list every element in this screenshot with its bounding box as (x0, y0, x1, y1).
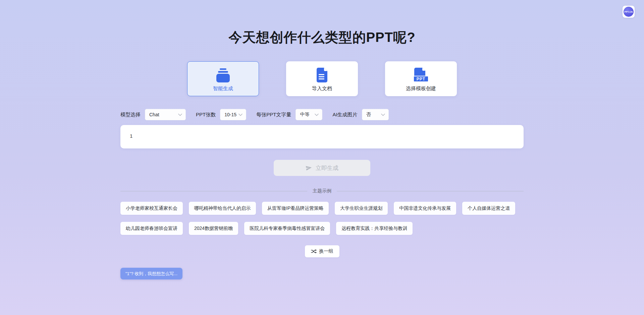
example-chips-row-1: 小学老师家校互通家长会 哪吒精神带给当代人的启示 从雷军做IP看品牌运营策略 大… (120, 202, 524, 215)
option-word-count: 每张PPT文字量 中等 (256, 109, 322, 120)
topic-input[interactable]: 1 (120, 125, 524, 148)
brand-logo-circle: PPT.CN (624, 7, 634, 17)
divider-line-left (120, 191, 307, 191)
ai-response-toast: "1"? 收到，我想想怎么写... (120, 268, 182, 279)
option-word-count-label: 每张PPT文字量 (256, 112, 291, 118)
example-chip[interactable]: 中国非遗文化传承与发展 (394, 202, 456, 215)
example-chip[interactable]: 哪吒精神带给当代人的启示 (189, 202, 256, 215)
example-chip[interactable]: 幼儿园老师春游班会宣讲 (120, 222, 183, 235)
page-title: 今天想创作什么类型的PPT呢? (120, 28, 524, 47)
chevron-down-icon (178, 114, 182, 116)
example-chip[interactable]: 2024数据营销前瞻 (189, 222, 238, 235)
shuffle-button[interactable]: 换一组 (305, 245, 339, 257)
chevron-down-icon (381, 114, 385, 116)
option-pages-label: PPT张数 (196, 112, 216, 118)
option-ai-image: AI生成图片 否 (332, 109, 388, 120)
divider-line-right (337, 191, 524, 191)
prompt-area: 1 (120, 125, 524, 148)
card-smart-generate[interactable]: 智能生成 (187, 61, 259, 96)
card-import-document[interactable]: 导入文档 (286, 61, 358, 96)
option-ai-image-label: AI生成图片 (332, 112, 357, 118)
generation-options: 模型选择 Chat PPT张数 10-15 每张PPT文字量 中等 AI生成图片 (120, 109, 524, 120)
creation-type-cards: 智能生成 导入文档 PPT (120, 61, 524, 96)
ppt-file-icon: PPT (413, 68, 429, 82)
chevron-down-icon (238, 114, 243, 116)
model-select[interactable]: Chat (145, 109, 186, 120)
option-model: 模型选择 Chat (120, 109, 186, 120)
brand-logo-text: PPT.CN (625, 11, 633, 13)
shuffle-icon (311, 249, 317, 254)
card-template-create-label: 选择模板创建 (406, 85, 436, 92)
option-model-label: 模型选择 (120, 112, 141, 118)
example-chip[interactable]: 远程教育实践：共享经验与教训 (336, 222, 413, 235)
ai-image-select-value: 否 (366, 112, 371, 118)
word-count-select-value: 中等 (300, 112, 309, 118)
example-chips-row-2: 幼儿园老师春游班会宣讲 2024数据营销前瞻 医院儿科专家春季病毒性感冒宣讲会 … (120, 222, 524, 235)
svg-text:PPT: PPT (417, 77, 425, 81)
examples-divider: 主题示例 (120, 188, 524, 194)
pages-select-value: 10-15 (224, 112, 236, 117)
option-pages: PPT张数 10-15 (196, 109, 246, 120)
example-chip[interactable]: 大学生职业生涯规划 (335, 202, 388, 215)
pages-select[interactable]: 10-15 (220, 109, 246, 120)
generate-button-label: 立即生成 (316, 164, 338, 172)
chevron-down-icon (315, 114, 319, 116)
example-chip[interactable]: 个人自媒体运营之道 (462, 202, 515, 215)
brand-logo[interactable]: PPT.CN (623, 6, 635, 18)
document-icon (316, 68, 328, 82)
paper-plane-icon (305, 164, 313, 172)
examples-divider-label: 主题示例 (313, 188, 331, 194)
card-smart-generate-label: 智能生成 (213, 85, 233, 92)
ai-response-toast-text: "1"? 收到，我想想怎么写... (125, 271, 177, 277)
shuffle-button-label: 换一组 (319, 248, 333, 254)
example-chip[interactable]: 小学老师家校互通家长会 (120, 202, 183, 215)
example-chip[interactable]: 从雷军做IP看品牌运营策略 (262, 202, 329, 215)
model-select-value: Chat (149, 112, 159, 117)
word-count-select[interactable]: 中等 (296, 109, 322, 120)
card-import-document-label: 导入文档 (312, 85, 332, 92)
example-chip[interactable]: 医院儿科专家春季病毒性感冒宣讲会 (244, 222, 330, 235)
stack-icon (215, 68, 231, 82)
generate-button[interactable]: 立即生成 (274, 160, 370, 176)
card-template-create[interactable]: PPT 选择模板创建 (385, 61, 457, 96)
ai-image-select[interactable]: 否 (362, 109, 389, 120)
